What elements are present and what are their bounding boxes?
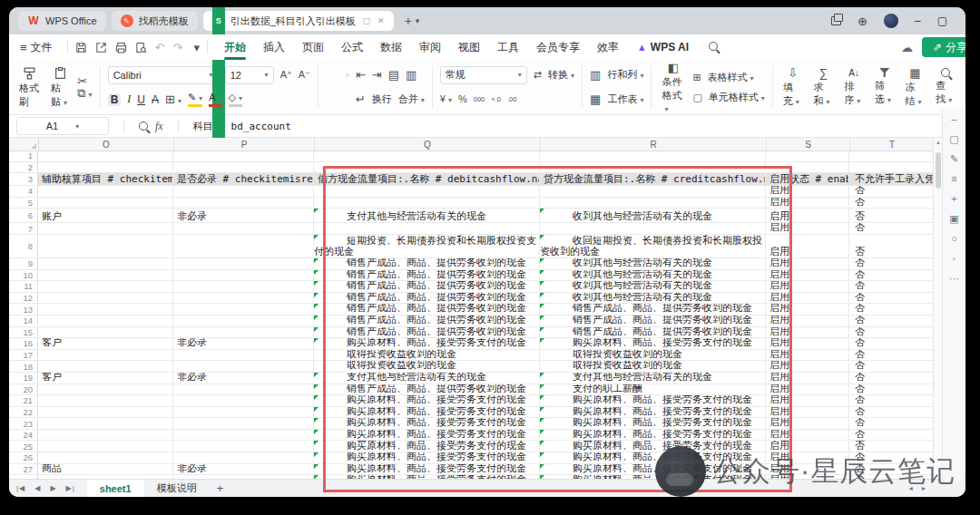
cell-S8[interactable]: 启用 [766,235,849,258]
cell-T24[interactable]: 否 [849,430,934,442]
cell-Q12[interactable]: 销售产成品、商品、提供劳务收到的现金 [314,293,540,305]
cell-S3[interactable]: 启用状态 # enable [766,173,849,186]
cell-Q7[interactable] [314,223,540,235]
cell-S20[interactable]: 启用 [766,384,849,396]
cell-S2[interactable] [766,162,849,174]
menu-item-数据[interactable]: 数据 [380,34,402,60]
cell-S4[interactable]: 启用 [766,186,849,198]
cell-O11[interactable] [38,281,173,293]
cell-S6[interactable]: 启用 [766,209,849,223]
cell-O27[interactable]: 商品 [38,464,173,476]
cell-R10[interactable]: 收到其他与经营活动有关的现金 [540,270,766,282]
cell-Q27[interactable]: 购买原材料、商品、接受劳务支付的现金 [314,464,540,476]
menu-item-审阅[interactable]: 审阅 [419,34,441,60]
cell-O23[interactable] [38,418,173,430]
cell-O25[interactable] [38,441,173,452]
cell-P8[interactable] [173,235,314,258]
row-number[interactable]: 2 [9,162,38,174]
select-all-corner[interactable] [9,138,39,151]
cell-S21[interactable]: 启用 [766,395,849,407]
file-tab[interactable]: ✎找稻壳模板 [112,11,198,31]
row-number[interactable]: 15 [9,327,38,339]
cell-P3[interactable]: 是否必录 # checkitemisrequire [173,173,314,186]
rail-icon-3[interactable]: ✎ [950,154,958,164]
align-right-icon[interactable] [346,98,349,102]
row-number[interactable]: 19 [9,373,38,384]
cell-T4[interactable]: 否 [849,186,934,198]
row-number[interactable]: 20 [9,384,38,396]
row-number[interactable]: 27 [9,464,38,476]
increase-indent-icon[interactable]: ⇥ [372,69,382,81]
table-style-button[interactable]: 表格样式▾ [708,71,754,84]
convert-button[interactable]: 转换▾ [548,68,574,82]
cell-S18[interactable]: 启用 [766,361,849,373]
scrollbar-thumb[interactable] [936,152,941,189]
cell-O17[interactable] [38,350,173,362]
cell-T11[interactable]: 否 [849,281,934,293]
cell-O4[interactable] [38,186,173,198]
menu-item-公式[interactable]: 公式 [341,34,363,60]
cell-Q19[interactable]: 支付其他与经营活动有关的现金 [314,373,540,384]
cell-Q21[interactable]: 购买原材料、商品、接受劳务支付的现金 [314,395,540,407]
cell-R21[interactable]: 购买原材料、商品、接受劳务支付的现金 [540,395,766,407]
align-bottom-icon[interactable] [346,73,349,77]
cell-P2[interactable] [173,162,314,174]
sheet-tab-模板说明[interactable]: 模板说明 [144,480,210,497]
cell-T22[interactable]: 否 [849,407,934,419]
menu-item-视图[interactable]: 视图 [458,34,480,60]
wrap-button[interactable]: 换行 [372,92,392,106]
cell-S7[interactable]: 启用 [766,223,849,235]
new-tab-button[interactable]: + [405,14,412,28]
cell-Q14[interactable]: 销售产成品、商品、提供劳务收到的现金 [314,316,540,327]
cell-T27[interactable]: 否 [849,464,934,476]
row-number[interactable]: 5 [9,198,38,209]
cell-P10[interactable] [173,270,314,282]
thousand-separator-icon[interactable]: 000 [474,96,485,103]
column-header-Q[interactable]: Q [315,138,541,151]
sheet-nav-arrow[interactable]: ▶| [66,484,75,492]
align-center-icon[interactable] [336,98,339,102]
find-button[interactable]: 查找▾ [933,68,958,106]
row-number[interactable]: 14 [9,316,38,327]
fill-button[interactable]: ⇩填充▾ [780,67,806,108]
align-middle-icon[interactable] [336,73,339,77]
hscroll-arrows[interactable]: ◂ ▸ [909,484,929,492]
cell-O7[interactable] [38,223,173,235]
menu-item-插入[interactable]: 插入 [263,34,285,60]
sort-button[interactable]: A↓排序▾ [841,68,867,107]
row-number[interactable]: 23 [9,418,38,430]
cell-Q5[interactable] [314,198,540,209]
cell-Q20[interactable]: 销售产成品、商品、提供劳务收到的现金 [314,384,540,396]
cell-R19[interactable]: 支付其他与经营活动有关的现金 [540,373,766,384]
cell-P22[interactable] [173,407,314,419]
cell-P12[interactable] [173,293,314,305]
cell-S19[interactable]: 启用 [766,373,849,384]
cell-style-button[interactable]: 单元格样式▾ [709,91,765,104]
share-button[interactable]: ⇗分享 [922,37,965,57]
column-header-R[interactable]: R [541,138,767,151]
row-number[interactable]: 18 [9,361,38,373]
cell-P23[interactable] [173,418,314,430]
row-number[interactable]: 25 [9,441,38,452]
tab-window-icon[interactable]: ▢ [363,16,371,25]
cell-T25[interactable]: 否 [849,441,934,452]
menu-item-开始[interactable]: 开始 [224,34,246,60]
cell-P11[interactable] [173,281,314,293]
cell-O13[interactable] [38,304,173,316]
cell-Q17[interactable]: 取得投资收益收到的现金 [314,350,540,362]
cell-R5[interactable] [540,198,766,209]
cell-Q1[interactable] [314,151,540,162]
cell-P15[interactable] [173,327,314,339]
row-number[interactable]: 21 [9,395,38,407]
rail-icon-9[interactable]: ⋯ [949,274,959,284]
cell-R6[interactable]: 收到其他与经营活动有关的现金 [540,209,766,223]
cell-O6[interactable]: 账户 [38,209,173,223]
worksheet-button[interactable]: 工作表▾ [607,92,643,106]
row-number[interactable]: 24 [9,430,38,442]
cell-Q10[interactable]: 销售产成品、商品、提供劳务收到的现金 [314,270,540,282]
rail-icon-2[interactable]: ▢ [949,134,958,144]
cell-R27[interactable]: 购买原材料、商品、接受劳务支付的现金 [540,464,766,476]
cell-R20[interactable]: 支付的职工薪酬 [540,384,766,396]
cell-R15[interactable]: 销售产成品、商品、提供劳务收到的现金 [540,327,766,339]
cell-O24[interactable] [38,430,173,442]
